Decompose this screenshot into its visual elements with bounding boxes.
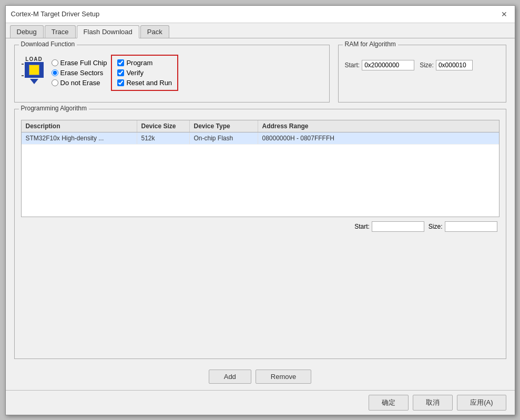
programming-algorithm-group: Programming Algorithm Description Device… [14, 109, 506, 359]
tab-debug[interactable]: Debug [10, 25, 44, 38]
footer: 确定 取消 应用(A) [6, 390, 515, 415]
erase-sectors-radio[interactable] [52, 69, 58, 76]
erase-full-chip-label: Erase Full Chip [60, 59, 107, 67]
verify-checkbox[interactable] [117, 69, 124, 76]
program-label: Program [126, 59, 152, 67]
checkbox-verify-row[interactable]: Verify [117, 69, 172, 77]
buttons-row: Add Remove [14, 370, 506, 384]
load-text: LOAD [25, 56, 42, 62]
algo-start-input[interactable] [372, 221, 424, 232]
algorithm-table: Description Device Size Device Type Addr… [21, 120, 499, 217]
radio-erase-sectors[interactable]: Erase Sectors [52, 69, 107, 77]
prog-algo-inner: Description Device Size Device Type Addr… [21, 120, 499, 232]
tab-trace[interactable]: Trace [45, 25, 76, 38]
ram-start-input[interactable] [362, 60, 414, 70]
download-function-group: Download Function LOAD Eras [14, 45, 330, 103]
tab-bar: Debug Trace Flash Download Pack [6, 23, 515, 38]
td-device-type: On-chip Flash [190, 132, 258, 144]
content-area: Download Function LOAD Eras [6, 38, 515, 390]
bottom-fields: Start: Size: [21, 221, 499, 232]
main-window: Cortex-M Target Driver Setup ✕ Debug Tra… [5, 5, 515, 415]
erase-sectors-label: Erase Sectors [60, 69, 104, 77]
td-address-range: 08000000H - 0807FFFFH [258, 132, 499, 144]
radio-options: Erase Full Chip Erase Sectors Do not Era… [52, 55, 107, 91]
do-not-erase-label: Do not Erase [60, 79, 100, 87]
verify-label: Verify [126, 69, 144, 77]
do-not-erase-radio[interactable] [52, 79, 58, 86]
radio-erase-full-chip[interactable]: Erase Full Chip [52, 59, 107, 67]
col-header-description: Description [22, 120, 137, 132]
table-row[interactable]: STM32F10x High-density ... 512k On-chip … [22, 132, 499, 145]
apply-button[interactable]: 应用(A) [457, 395, 506, 411]
load-icon: LOAD [21, 55, 47, 86]
ram-inner: Start: Size: [345, 60, 499, 70]
window-title: Cortex-M Target Driver Setup [11, 10, 100, 18]
top-row: Download Function LOAD Eras [14, 45, 506, 103]
col-header-device-type: Device Type [190, 120, 258, 132]
ram-start-label: Start: [345, 62, 360, 69]
algo-size-label: Size: [429, 223, 443, 230]
title-bar: Cortex-M Target Driver Setup ✕ [6, 6, 515, 23]
ram-size-label: Size: [420, 62, 434, 69]
load-chip-inner [29, 65, 39, 75]
col-header-device-size: Device Size [137, 120, 190, 132]
df-inner: LOAD Erase Full Chip [21, 55, 323, 91]
ok-button[interactable]: 确定 [369, 395, 409, 411]
ram-algorithm-group: RAM for Algorithm Start: Size: [338, 45, 506, 103]
table-header: Description Device Size Device Type Addr… [22, 120, 499, 132]
tab-flash-download[interactable]: Flash Download [77, 25, 139, 38]
close-button[interactable]: ✕ [499, 9, 509, 19]
erase-full-chip-radio[interactable] [52, 59, 58, 66]
col-header-address-range: Address Range [258, 120, 499, 132]
radio-do-not-erase[interactable]: Do not Erase [52, 79, 107, 87]
load-chip [25, 62, 44, 78]
remove-button[interactable]: Remove [256, 370, 311, 384]
reset-and-run-label: Reset and Run [126, 79, 172, 87]
checkbox-program-row[interactable]: Program [117, 59, 172, 67]
ram-start-field: Start: [345, 60, 415, 70]
arrow-down-icon [30, 79, 38, 84]
ram-size-input[interactable] [436, 60, 473, 70]
algo-size-input[interactable] [445, 221, 497, 232]
td-device-size: 512k [137, 132, 190, 144]
ram-algorithm-label: RAM for Algorithm [343, 40, 398, 48]
table-body: STM32F10x High-density ... 512k On-chip … [22, 132, 499, 217]
cancel-button[interactable]: 取消 [413, 395, 453, 411]
ram-size-field: Size: [420, 60, 473, 70]
checkbox-options: Program Verify Reset and Run [111, 55, 178, 91]
download-function-label: Download Function [19, 40, 77, 48]
add-button[interactable]: Add [209, 370, 251, 384]
td-description: STM32F10x High-density ... [22, 132, 137, 144]
reset-and-run-checkbox[interactable] [117, 79, 124, 86]
algo-start-label: Start: [354, 223, 370, 230]
program-checkbox[interactable] [117, 59, 124, 66]
checkbox-reset-row[interactable]: Reset and Run [117, 79, 172, 87]
tab-pack[interactable]: Pack [140, 25, 169, 38]
programming-algorithm-label: Programming Algorithm [19, 105, 89, 112]
algo-size-field: Size: [429, 221, 497, 232]
algo-start-field: Start: [354, 221, 424, 232]
